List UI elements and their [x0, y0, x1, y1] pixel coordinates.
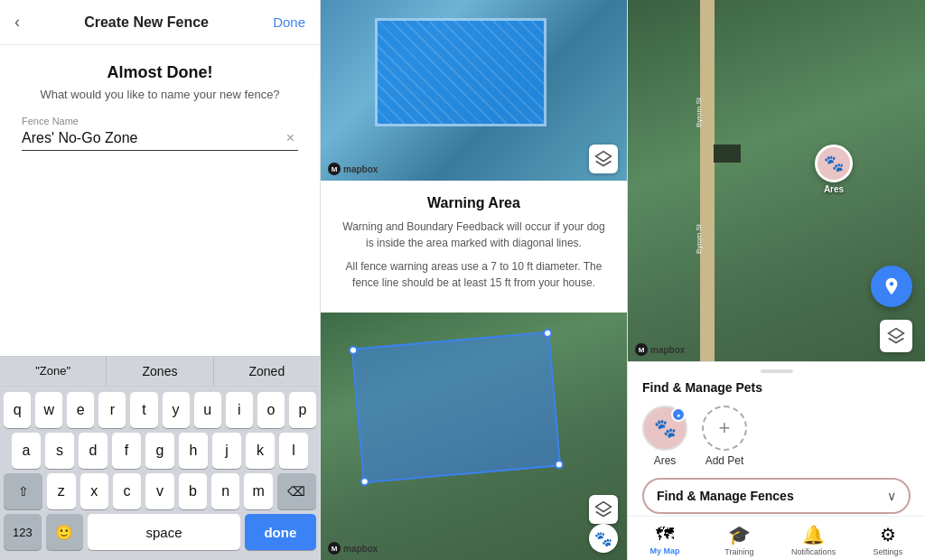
street-label-2: Byrom St	[695, 224, 703, 254]
keyboard-row-2: a s d f g h j k l	[4, 433, 316, 469]
mapbox-text-right: mapbox	[650, 345, 685, 355]
key-n[interactable]: n	[211, 473, 239, 509]
key-f[interactable]: f	[112, 433, 141, 469]
key-r[interactable]: r	[98, 392, 126, 428]
keyboard-done-button[interactable]: done	[245, 514, 316, 550]
nav-item-training[interactable]: 🎓 Training	[702, 517, 776, 560]
layers-button-bottom[interactable]	[589, 495, 618, 524]
key-e[interactable]: e	[67, 392, 94, 428]
delete-key[interactable]: ⌫	[277, 473, 316, 509]
key-b[interactable]: b	[179, 473, 207, 509]
fence-name-input[interactable]	[22, 130, 283, 146]
manage-fences-row[interactable]: Find & Manage Fences ∨	[642, 478, 911, 514]
key-y[interactable]: y	[163, 392, 190, 428]
middle-panel: M mapbox Warning Area Warning and Bounda…	[321, 0, 628, 560]
suggestion-zoned[interactable]: Zoned	[214, 357, 320, 386]
nav-item-settings[interactable]: ⚙ Settings	[851, 517, 925, 560]
key-c[interactable]: c	[113, 473, 141, 509]
clear-input-button[interactable]: ×	[283, 130, 298, 146]
key-p[interactable]: p	[289, 392, 316, 428]
mapbox-circle: M	[328, 163, 341, 175]
fence-name-label: Fence Name	[22, 116, 298, 126]
key-u[interactable]: u	[194, 392, 221, 428]
right-map: Byrom St Byrom St 🐾 Ares	[628, 0, 925, 361]
fence-corner-tr[interactable]	[543, 328, 553, 338]
sheet-handle	[761, 369, 793, 373]
key-k[interactable]: k	[246, 433, 275, 469]
space-key[interactable]: space	[88, 514, 239, 550]
suggestion-zone-quoted[interactable]: "Zone"	[0, 357, 107, 386]
notifications-icon: 🔔	[802, 524, 825, 546]
pet-avatar-ares: 🐾 ●	[642, 406, 687, 451]
bottom-sheet: Find & Manage Pets 🐾 ● Ares + Add Pet	[628, 361, 925, 516]
right-panel: Byrom St Byrom St 🐾 Ares	[628, 0, 925, 560]
key-d[interactable]: d	[79, 433, 107, 469]
key-o[interactable]: o	[257, 392, 285, 428]
warning-area-text2: All fence warning areas use a 7 to 10 ft…	[339, 258, 609, 291]
manage-fences-text: Find & Manage Fences	[657, 489, 794, 503]
panel-header: ‹ Create New Fence Done	[0, 0, 320, 45]
nav-label-notifications: Notifications	[791, 547, 836, 556]
key-z[interactable]: z	[47, 473, 75, 509]
keyboard-suggestions: "Zone" Zones Zoned	[0, 356, 320, 387]
suggestion-zones[interactable]: Zones	[107, 357, 213, 386]
key-j[interactable]: j	[212, 433, 241, 469]
key-a[interactable]: a	[12, 433, 41, 469]
keyboard-row-3: ⇧ z x c v b n m ⌫	[4, 473, 316, 509]
nav-item-mymap[interactable]: 🗺 My Map	[628, 517, 702, 560]
warning-area-text1: Warning and Boundary Feedback will occur…	[339, 219, 609, 251]
mapbox-logo-top: M mapbox	[328, 163, 378, 175]
layers-button-right[interactable]	[880, 320, 912, 352]
fence-corner-tl[interactable]	[349, 345, 359, 355]
key-i[interactable]: i	[226, 392, 253, 428]
pet-name-ares: Ares	[654, 454, 677, 467]
mymap-icon: 🗺	[656, 524, 674, 545]
create-fence-panel: ‹ Create New Fence Done Almost Done! Wha…	[0, 0, 321, 560]
fence-name-input-wrap: ×	[22, 130, 298, 151]
settings-icon: ⚙	[880, 524, 896, 546]
back-button[interactable]: ‹	[14, 13, 20, 32]
key-q[interactable]: q	[4, 392, 31, 428]
key-s[interactable]: s	[45, 433, 74, 469]
fab-button[interactable]	[871, 266, 912, 307]
almost-done-title: Almost Done!	[22, 63, 298, 82]
done-button[interactable]: Done	[273, 14, 305, 30]
key-v[interactable]: v	[145, 473, 173, 509]
shift-key[interactable]: ⇧	[4, 473, 42, 509]
nav-label-mymap: My Map	[650, 546, 680, 555]
add-pet-item[interactable]: + Add Pet	[702, 406, 747, 467]
key-t[interactable]: t	[130, 392, 157, 428]
mapbox-text: mapbox	[343, 164, 378, 174]
nav-label-settings: Settings	[874, 547, 903, 556]
key-w[interactable]: w	[35, 392, 62, 428]
warning-area-card: Warning Area Warning and Boundary Feedba…	[321, 181, 627, 313]
pool-area	[375, 18, 547, 126]
fence-corner-bl[interactable]	[360, 477, 369, 487]
key-m[interactable]: m	[244, 473, 272, 509]
layers-button-top[interactable]	[589, 145, 618, 173]
nav-label-training: Training	[724, 547, 753, 556]
street-label-1: Byrom St	[695, 98, 703, 127]
key-l[interactable]: l	[279, 433, 308, 469]
svg-marker-2	[889, 329, 904, 339]
panel-title: Create New Fence	[84, 14, 209, 31]
key-x[interactable]: x	[80, 473, 108, 509]
bottom-map: M mapbox 🐾	[321, 313, 627, 560]
add-pet-avatar: +	[702, 406, 747, 451]
right-aerial-view: Byrom St Byrom St 🐾 Ares	[628, 0, 925, 361]
emoji-key[interactable]: 🙂	[46, 514, 84, 550]
fence-corner-br[interactable]	[555, 460, 565, 470]
pet-map-label: Ares	[824, 184, 844, 194]
pet-item-ares[interactable]: 🐾 ● Ares	[642, 406, 687, 467]
fence-polygon	[351, 331, 561, 484]
pet-map-marker: 🐾 Ares	[815, 145, 853, 194]
aerial-view-bottom: M mapbox 🐾	[321, 313, 627, 560]
aerial-view-top: M mapbox	[321, 0, 627, 181]
nav-item-notifications[interactable]: 🔔 Notifications	[777, 517, 851, 560]
top-map: M mapbox	[321, 0, 627, 181]
numbers-key[interactable]: 123	[4, 514, 42, 550]
pet-live-indicator: ●	[671, 407, 686, 422]
key-h[interactable]: h	[179, 433, 208, 469]
pet-bubble: 🐾	[815, 145, 853, 182]
key-g[interactable]: g	[145, 433, 174, 469]
